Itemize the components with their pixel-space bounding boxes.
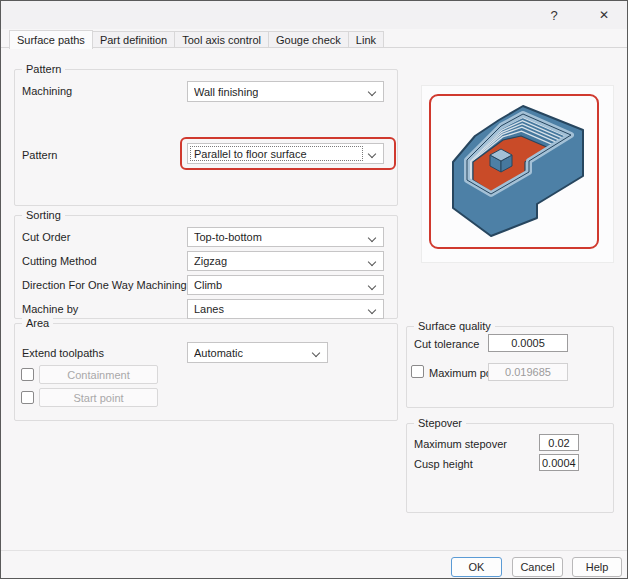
machining-value: Wall finishing [194,86,258,98]
cut-order-value: Top-to-bottom [194,231,262,243]
stepover-title: Stepover [414,417,466,429]
machining-dropdown[interactable]: Wall finishing [187,81,384,102]
cut-order-label: Cut Order [22,231,70,243]
max-point-distance-checkbox[interactable] [411,365,424,378]
surface-paths-dialog: ? ✕ Surface paths Part definition Tool a… [0,0,628,579]
extend-toolpaths-label: Extend toolpaths [22,347,104,359]
chevron-down-icon [368,88,376,96]
cancel-button[interactable]: Cancel [512,557,563,577]
max-stepover-input[interactable] [539,434,579,451]
machine-by-value: Lanes [194,303,224,315]
tab-tool-axis-control[interactable]: Tool axis control [175,31,269,48]
cut-tolerance-label: Cut tolerance [414,338,479,350]
tab-gouge-check[interactable]: Gouge check [269,31,349,48]
close-icon[interactable]: ✕ [587,1,621,29]
one-way-direction-dropdown[interactable]: Climb [187,275,384,295]
titlebar: ? ✕ [1,1,627,29]
cusp-height-label: Cusp height [414,458,473,470]
toolpath-preview-panel [421,85,614,263]
tabstrip: Surface paths Part definition Tool axis … [9,30,384,48]
surface-quality-title: Surface quality [414,320,495,332]
tab-surface-paths[interactable]: Surface paths [9,30,93,49]
max-stepover-label: Maximum stepover [414,438,507,450]
tab-part-definition[interactable]: Part definition [93,31,175,48]
cusp-height-input[interactable] [539,454,579,471]
pattern-label: Pattern [22,149,57,161]
machining-label: Machining [22,85,72,97]
area-group-title: Area [22,317,53,329]
extend-toolpaths-value: Automatic [194,347,243,359]
one-way-direction-value: Climb [194,279,222,291]
start-point-button: Start point [39,388,158,407]
pattern-value: Parallel to floor surface [194,148,307,160]
machine-by-dropdown[interactable]: Lanes [187,299,384,319]
containment-button: Containment [39,365,158,384]
start-point-checkbox[interactable] [21,391,34,404]
sorting-group-title: Sorting [22,209,65,221]
cutting-method-value: Zigzag [194,255,227,267]
machine-by-label: Machine by [22,303,78,315]
cut-order-dropdown[interactable]: Top-to-bottom [187,227,384,247]
chevron-down-icon [368,306,376,314]
pattern-group-title: Pattern [22,63,65,75]
chevron-down-icon [368,150,376,158]
pattern-dropdown[interactable]: Parallel to floor surface [187,143,384,164]
help-icon[interactable]: ? [537,1,571,29]
chevron-down-icon [368,258,376,266]
containment-checkbox[interactable] [21,368,34,381]
tab-link[interactable]: Link [349,31,384,48]
chevron-down-icon [368,234,376,242]
help-button[interactable]: Help [572,557,622,577]
extend-toolpaths-dropdown[interactable]: Automatic [187,342,328,363]
part-preview-image [441,104,591,238]
cut-tolerance-input[interactable] [488,334,568,352]
cutting-method-dropdown[interactable]: Zigzag [187,251,384,271]
max-point-distance-input [488,363,568,381]
cutting-method-label: Cutting Method [22,255,97,267]
chevron-down-icon [312,349,320,357]
one-way-direction-label: Direction For One Way Machining [22,279,187,291]
footer-divider [1,550,627,551]
chevron-down-icon [368,282,376,290]
ok-button[interactable]: OK [451,557,502,577]
